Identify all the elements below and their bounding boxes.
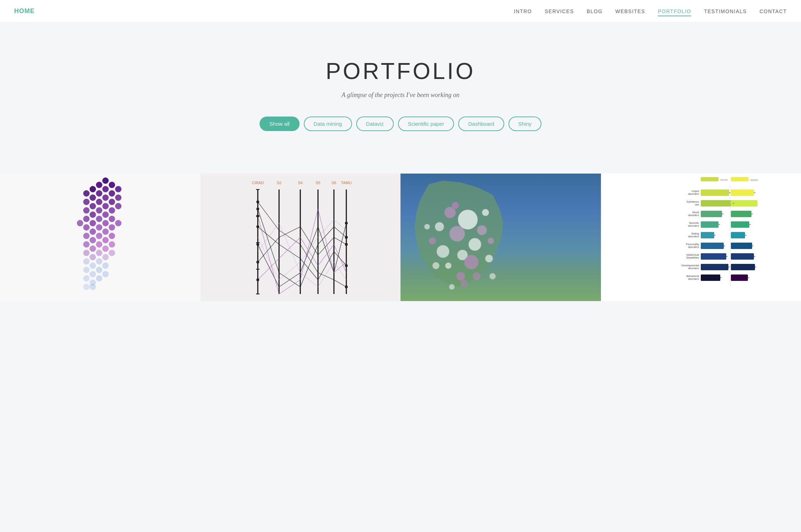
svg-text:disorders: disorders bbox=[688, 277, 699, 281]
svg-text:CIRAD: CIRAD bbox=[252, 181, 264, 185]
bar-chart-svg: YYYY XXXXX Unipol disorders Substance us… bbox=[644, 174, 757, 301]
svg-rect-169 bbox=[731, 275, 748, 281]
portfolio-item-4[interactable]: YYYY XXXXX Unipol disorders Substance us… bbox=[601, 174, 801, 301]
svg-rect-145 bbox=[731, 232, 745, 238]
svg-text:disorders: disorders bbox=[688, 192, 699, 196]
svg-point-19 bbox=[109, 207, 115, 214]
svg-point-85 bbox=[256, 215, 259, 217]
svg-point-53 bbox=[83, 258, 90, 265]
svg-point-23 bbox=[96, 216, 102, 222]
nav-item-portfolio[interactable]: PORTFOLIO bbox=[658, 9, 691, 16]
svg-point-98 bbox=[435, 222, 444, 231]
portfolio-item-3[interactable] bbox=[400, 174, 601, 301]
filter-shiny[interactable]: Shiny bbox=[509, 117, 542, 131]
svg-point-28 bbox=[96, 224, 102, 231]
svg-point-18 bbox=[102, 211, 109, 218]
svg-point-6 bbox=[102, 194, 109, 201]
svg-point-33 bbox=[83, 224, 90, 231]
svg-text:disorders: disorders bbox=[688, 235, 699, 238]
svg-point-54 bbox=[96, 267, 102, 273]
nav-item-blog[interactable]: BLOG bbox=[587, 9, 603, 14]
svg-rect-116 bbox=[731, 177, 749, 181]
svg-point-58 bbox=[96, 275, 102, 282]
svg-point-94 bbox=[468, 238, 481, 251]
navigation: HOME INTRO SERVICES BLOG WEBSITES PORTFO… bbox=[0, 0, 801, 23]
svg-point-62 bbox=[83, 284, 90, 290]
svg-point-105 bbox=[429, 237, 436, 244]
svg-point-1 bbox=[96, 182, 102, 188]
svg-point-11 bbox=[96, 199, 102, 205]
svg-point-101 bbox=[452, 202, 459, 209]
nav-item-testimonials[interactable]: TESTIMONIALS bbox=[704, 9, 747, 14]
svg-point-61 bbox=[90, 284, 96, 290]
svg-text:S6: S6 bbox=[332, 181, 336, 185]
svg-rect-157 bbox=[731, 253, 754, 260]
filter-dashboard[interactable]: Dashboard bbox=[458, 117, 504, 131]
parallel-coords-svg: CIRAD S2 S4 S5 S6 TAMU bbox=[244, 174, 357, 301]
svg-point-41 bbox=[102, 245, 109, 252]
svg-point-43 bbox=[90, 245, 96, 252]
svg-text:XXXXX: XXXXX bbox=[750, 179, 757, 182]
svg-point-37 bbox=[109, 233, 115, 239]
svg-point-51 bbox=[102, 262, 109, 269]
portfolio-grid: CIRAD S2 S4 S5 S6 TAMU bbox=[0, 174, 801, 301]
svg-rect-163 bbox=[731, 264, 755, 270]
svg-point-84 bbox=[256, 261, 259, 264]
svg-point-88 bbox=[345, 264, 348, 267]
svg-point-80 bbox=[256, 208, 259, 210]
nav-links: INTRO SERVICES BLOG WEBSITES PORTFOLIO T… bbox=[514, 8, 787, 15]
svg-point-113 bbox=[449, 284, 455, 290]
svg-point-17 bbox=[96, 207, 102, 214]
svg-rect-138 bbox=[701, 221, 718, 228]
filter-scientific-paper[interactable]: Scientific paper bbox=[398, 117, 454, 131]
filter-row: Show all Data mining Dataviz Scientific … bbox=[14, 117, 787, 131]
svg-point-89 bbox=[345, 222, 348, 225]
filter-dataviz[interactable]: Dataviz bbox=[356, 117, 394, 131]
svg-point-0 bbox=[102, 177, 109, 184]
portfolio-item-1[interactable] bbox=[0, 174, 200, 301]
svg-point-31 bbox=[115, 220, 121, 226]
filter-show-all[interactable]: Show all bbox=[260, 117, 300, 131]
svg-point-9 bbox=[90, 194, 96, 201]
svg-rect-139 bbox=[731, 221, 749, 228]
svg-point-102 bbox=[482, 209, 489, 216]
svg-point-52 bbox=[90, 262, 96, 269]
svg-point-14 bbox=[115, 194, 121, 201]
filter-data-mining[interactable]: Data mining bbox=[304, 117, 352, 131]
svg-point-26 bbox=[90, 220, 96, 226]
svg-text:use: use bbox=[695, 203, 699, 206]
svg-point-97 bbox=[477, 225, 487, 235]
svg-point-93 bbox=[449, 226, 465, 242]
svg-point-15 bbox=[90, 203, 96, 209]
svg-point-35 bbox=[96, 233, 102, 239]
portfolio-item-2[interactable]: CIRAD S2 S4 S5 S6 TAMU bbox=[200, 174, 401, 301]
svg-point-60 bbox=[83, 275, 90, 282]
svg-point-55 bbox=[102, 271, 109, 277]
svg-point-40 bbox=[96, 241, 102, 248]
svg-rect-162 bbox=[701, 264, 728, 270]
nav-item-websites[interactable]: WEBSITES bbox=[615, 9, 645, 14]
svg-point-49 bbox=[83, 250, 90, 256]
svg-point-29 bbox=[102, 228, 109, 235]
svg-point-7 bbox=[109, 190, 115, 197]
svg-text:disorders: disorders bbox=[688, 214, 699, 217]
svg-point-107 bbox=[488, 238, 494, 244]
svg-point-13 bbox=[109, 199, 115, 205]
svg-rect-168 bbox=[701, 275, 720, 281]
svg-point-106 bbox=[445, 262, 451, 269]
svg-rect-120 bbox=[701, 189, 729, 196]
svg-point-8 bbox=[115, 186, 121, 192]
svg-point-48 bbox=[90, 254, 96, 260]
svg-point-34 bbox=[77, 220, 83, 226]
svg-point-99 bbox=[464, 255, 478, 269]
nav-item-services[interactable]: SERVICES bbox=[545, 9, 574, 14]
nav-logo[interactable]: HOME bbox=[14, 7, 35, 15]
svg-point-24 bbox=[102, 220, 109, 226]
svg-point-108 bbox=[432, 262, 439, 269]
svg-point-5 bbox=[96, 190, 102, 197]
svg-point-47 bbox=[109, 250, 115, 256]
svg-text:disorders: disorders bbox=[688, 224, 699, 227]
nav-item-intro[interactable]: INTRO bbox=[514, 9, 532, 14]
svg-rect-150 bbox=[701, 243, 724, 249]
nav-item-contact[interactable]: CONTACT bbox=[760, 9, 787, 14]
